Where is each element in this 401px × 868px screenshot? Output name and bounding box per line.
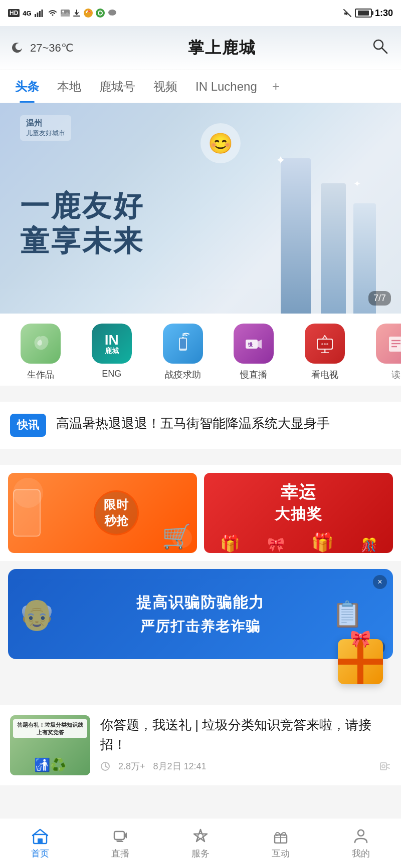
star-deco2: ✦ bbox=[353, 178, 361, 189]
creative-label: 生作品 bbox=[27, 369, 54, 381]
news-thumbnail: 答题有礼！垃圾分类知识线上有奖竞答 🚮♻️ bbox=[10, 715, 90, 775]
tab-headlines[interactable]: 头条 bbox=[6, 70, 48, 103]
banner-logo-line2: 儿童友好城市 bbox=[26, 129, 65, 138]
kandianshi-label: 看电视 bbox=[311, 369, 338, 381]
anti-fraud-banner[interactable]: 👴 提高识骗防骗能力 严厉打击养老诈骗 📋 3/4 × bbox=[8, 569, 393, 659]
bottom-nav-live[interactable]: 直播 bbox=[80, 818, 160, 868]
bottom-nav-service[interactable]: 服务 bbox=[160, 818, 241, 868]
signal-bars-icon bbox=[35, 9, 45, 17]
mute-icon bbox=[343, 9, 352, 18]
bottom-nav-interact[interactable]: 互动 bbox=[241, 818, 321, 868]
bottom-nav-home[interactable]: 首页 bbox=[0, 818, 80, 868]
weather-display: 27~36℃ bbox=[12, 41, 74, 55]
read-label: 读 bbox=[391, 369, 400, 381]
gift-ribbon-h bbox=[338, 659, 383, 665]
banner-line1: 一鹿友好 bbox=[20, 188, 144, 223]
banner-line2: 童享未来 bbox=[20, 223, 144, 258]
promo-banners-row: 限时 秒抢 🛒 🎁 🎀 🎁 🎊 幸运 大抽奖 bbox=[0, 465, 401, 561]
tab-local[interactable]: 本地 bbox=[48, 70, 90, 103]
promo-phone-deco bbox=[13, 489, 41, 537]
banner-buildings: ✦ ✦ bbox=[246, 138, 386, 314]
tab-add-button[interactable]: + bbox=[266, 79, 286, 94]
news-date: 8月2日 12:41 bbox=[153, 760, 207, 772]
svg-point-15 bbox=[182, 337, 183, 339]
quick-menu: 生作品 IN 鹿城 ENG 战疫求助 bbox=[0, 314, 401, 386]
star-deco: ✦ bbox=[276, 153, 286, 167]
flash-sale-text2: 秒抢 bbox=[104, 513, 128, 529]
svg-rect-14 bbox=[180, 339, 186, 349]
lucky-text-1: 幸运 bbox=[275, 481, 323, 504]
spacer-1 bbox=[0, 386, 401, 394]
quick-menu-item-creative[interactable]: 生作品 bbox=[5, 324, 76, 381]
quick-menu-item-manzhibao[interactable]: 慢 慢直播 bbox=[218, 324, 289, 381]
hero-banner[interactable]: 温州 儿童友好城市 😊 一鹿友好 童享未来 ✦ ✦ 7/7 bbox=[0, 103, 401, 314]
svg-point-10 bbox=[108, 10, 116, 16]
home-nav-label: 首页 bbox=[31, 847, 49, 859]
svg-rect-38 bbox=[114, 831, 124, 839]
news-meta: 2.8万+ 8月2日 12:41 bbox=[100, 760, 391, 772]
banner-text-block: 一鹿友好 童享未来 bbox=[20, 188, 144, 258]
clock-icon bbox=[100, 761, 110, 771]
svg-point-7 bbox=[84, 9, 93, 18]
spacer-2 bbox=[0, 449, 401, 457]
spacer-gift bbox=[0, 667, 401, 697]
svg-rect-3 bbox=[41, 10, 43, 17]
interact-nav-label: 互动 bbox=[272, 847, 290, 859]
svg-line-31 bbox=[105, 766, 107, 767]
weather-text: 27~36℃ bbox=[30, 42, 74, 55]
audio-icon bbox=[379, 760, 391, 772]
tab-in-lucheng[interactable]: IN Lucheng bbox=[186, 70, 266, 103]
fraud-figure-right: 📋 bbox=[332, 600, 363, 629]
quick-menu-item-kandianshi[interactable]: 看电视 bbox=[289, 324, 360, 381]
search-button[interactable] bbox=[371, 37, 389, 59]
thumb-text: 答题有礼！垃圾分类知识线上有奖竞答 bbox=[13, 719, 87, 738]
in-badge-sub-text: 鹿城 bbox=[105, 347, 119, 354]
in-badge-in-text: IN bbox=[105, 333, 119, 347]
svg-rect-1 bbox=[37, 13, 38, 17]
kandianshi-icon bbox=[305, 324, 345, 364]
anti-fraud-close-button[interactable]: × bbox=[373, 575, 387, 589]
svg-text:慢: 慢 bbox=[248, 342, 253, 347]
news-views: 2.8万+ bbox=[118, 760, 145, 772]
news-article-item[interactable]: 答题有礼！垃圾分类知识线上有奖竞答 🚮♻️ 你答题，我送礼 | 垃圾分类知识竞答… bbox=[0, 705, 401, 785]
status-right: 1:30 bbox=[343, 8, 393, 19]
anti-fraud-wrapper: 👴 提高识骗防骗能力 严厉打击养老诈骗 📋 3/4 × 🎀 bbox=[8, 569, 393, 659]
breaking-news-text: 高温暑热退退退！五马街智能降温系统大显身手 bbox=[56, 414, 330, 433]
svg-rect-32 bbox=[380, 763, 386, 770]
thumb-figures: 🚮♻️ bbox=[34, 757, 66, 773]
breaking-news-section[interactable]: 快讯 高温暑热退退退！五马街智能降温系统大显身手 bbox=[0, 402, 401, 449]
quick-menu-item-read[interactable]: 读 bbox=[360, 324, 401, 381]
app-header: 27~36℃ 掌上鹿城 bbox=[0, 26, 401, 70]
tab-video[interactable]: 视频 bbox=[144, 70, 186, 103]
promo-flash-sale[interactable]: 限时 秒抢 🛒 bbox=[8, 473, 197, 553]
quick-menu-item-zhanyiqiuzhu[interactable]: 战疫求助 bbox=[147, 324, 219, 381]
news-content-block: 你答题，我送礼 | 垃圾分类知识竞答来啦，请接招！ 2.8万+ 8月2日 12:… bbox=[100, 715, 391, 772]
live-nav-label: 直播 bbox=[111, 847, 129, 859]
zhanyiqiuzhu-icon bbox=[163, 324, 203, 364]
quick-menu-item-eng[interactable]: IN 鹿城 ENG bbox=[76, 324, 147, 381]
app-icon-2 bbox=[96, 9, 105, 18]
battery-icon bbox=[355, 9, 372, 18]
svg-point-5 bbox=[62, 11, 64, 13]
manzhibao-label: 慢直播 bbox=[240, 369, 267, 381]
svg-point-45 bbox=[358, 830, 364, 836]
bottom-navigation: 首页 直播 服务 互动 我的 bbox=[0, 818, 401, 868]
news-title: 你答题，我送礼 | 垃圾分类知识竞答来啦，请接招！ bbox=[100, 715, 391, 754]
bottom-nav-mine[interactable]: 我的 bbox=[321, 818, 401, 868]
lucky-draw-text-block: 幸运 大抽奖 bbox=[275, 481, 323, 524]
service-nav-icon bbox=[192, 827, 209, 844]
svg-point-8 bbox=[96, 9, 105, 18]
svg-rect-2 bbox=[39, 11, 41, 17]
building-tall bbox=[281, 158, 311, 314]
message-icon bbox=[108, 9, 117, 18]
signal-4g: 4G bbox=[23, 10, 31, 17]
promo-lucky-draw[interactable]: 🎁 🎀 🎁 🎊 幸运 大抽奖 bbox=[204, 473, 393, 553]
tab-lucheng[interactable]: 鹿城号 bbox=[90, 70, 144, 103]
moon-icon bbox=[12, 41, 26, 55]
app-icon-1 bbox=[84, 9, 93, 18]
app-title: 掌上鹿城 bbox=[188, 37, 256, 59]
manzhibao-icon: 慢 bbox=[234, 324, 274, 364]
wifi-icon bbox=[48, 9, 58, 17]
time-display: 1:30 bbox=[375, 8, 393, 19]
building-mid bbox=[321, 183, 346, 314]
